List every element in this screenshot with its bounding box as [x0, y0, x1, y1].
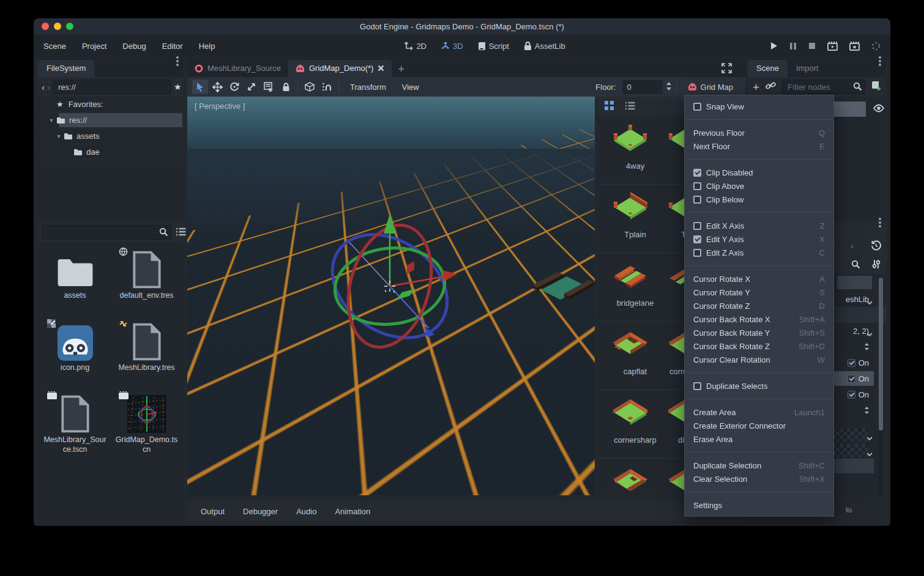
- floor-spinner[interactable]: [665, 81, 673, 93]
- menu-item-settings[interactable]: Settings: [685, 498, 833, 512]
- file-item-meshlibrary-source[interactable]: MeshLibrary_Source.tscn: [39, 393, 111, 465]
- gridmap-menu-button[interactable]: Grid Map: [680, 83, 740, 92]
- menu-item-clip-disabled[interactable]: Clip Disabled: [685, 166, 833, 179]
- path-input[interactable]: [53, 79, 171, 94]
- move-mode-button[interactable]: [209, 79, 225, 94]
- menu-item-create-exterior-connector[interactable]: Create Exterior Connector: [685, 419, 833, 432]
- menu-item-label: Edit X Axis: [706, 221, 815, 231]
- menu-item-cursor-rotate-z[interactable]: Cursor Rotate ZD: [685, 299, 833, 312]
- mode-assetlib-button[interactable]: AssetLib: [524, 42, 565, 51]
- bottom-tab-animation[interactable]: Animation: [335, 507, 370, 516]
- bottom-tab-output[interactable]: Output: [201, 507, 225, 516]
- select-mode-button[interactable]: [192, 79, 208, 94]
- expand-viewport-icon[interactable]: [721, 63, 732, 75]
- menu-item-clip-below[interactable]: Clip Below: [685, 193, 833, 206]
- menu-item-cursor-rotate-x[interactable]: Cursor Rotate XA: [685, 272, 833, 286]
- attach-script-icon[interactable]: [871, 81, 881, 93]
- bottom-tab-debugger[interactable]: Debugger: [243, 507, 278, 516]
- list-view-icon[interactable]: [625, 102, 635, 112]
- search-icon[interactable]: [851, 260, 860, 271]
- menu-item-edit-x-axis[interactable]: Edit X AxisZ: [685, 219, 833, 232]
- chevron-down-icon[interactable]: ▾: [55, 133, 62, 139]
- zoom-window-button[interactable]: [66, 23, 73, 30]
- tree-item-res[interactable]: ▾ res://: [38, 113, 184, 128]
- menu-scene[interactable]: Scene: [43, 42, 66, 51]
- file-item-assets[interactable]: assets: [39, 248, 111, 320]
- group-button[interactable]: [302, 79, 318, 94]
- menu-item-erase-area[interactable]: Erase Area: [685, 432, 833, 446]
- play-custom-scene-button[interactable]: [849, 42, 860, 51]
- menu-editor[interactable]: Editor: [162, 42, 183, 51]
- snap-button[interactable]: [319, 79, 335, 94]
- eye-visibility-icon[interactable]: [873, 104, 885, 114]
- tab-filesystem[interactable]: FileSystem: [38, 60, 94, 77]
- stop-button[interactable]: [808, 42, 816, 50]
- file-list-view-toggle[interactable]: [176, 227, 186, 238]
- lock-button[interactable]: [278, 79, 294, 94]
- floor-value-input[interactable]: 0: [622, 80, 663, 94]
- mode-2d-button[interactable]: 2D: [404, 42, 427, 51]
- chevron-down-icon[interactable]: ▾: [48, 117, 55, 124]
- tree-item-assets[interactable]: ▾ assets: [38, 128, 184, 144]
- play-button[interactable]: [770, 42, 778, 50]
- add-node-button[interactable]: +: [753, 81, 759, 93]
- tab-import[interactable]: Import: [788, 60, 827, 77]
- menu-item-create-area[interactable]: Create AreaLaunch1: [685, 405, 833, 419]
- menu-item-edit-y-axis[interactable]: Edit Y AxisX: [685, 232, 833, 246]
- menu-item-cursor-back-rotate-z[interactable]: Cursor Back Rotate ZShift+D: [685, 339, 833, 353]
- tree-item-favorites[interactable]: ★ Favorites:: [38, 97, 184, 113]
- tab-gridmap-demo[interactable]: GridMap_Demo(*): [288, 60, 392, 77]
- menu-item-previous-floor[interactable]: Previous FloorQ: [685, 126, 833, 139]
- close-tab-icon[interactable]: [378, 65, 384, 72]
- history-forward-icon[interactable]: ›: [851, 240, 854, 251]
- mode-script-button[interactable]: Script: [478, 42, 509, 51]
- history-icon[interactable]: [871, 240, 881, 253]
- transform-menu[interactable]: Transform: [343, 83, 393, 92]
- back-button[interactable]: ‹: [42, 82, 45, 92]
- inspector-scrollbar[interactable]: [879, 276, 883, 497]
- file-search-input[interactable]: [42, 225, 172, 240]
- list-select-button[interactable]: [261, 79, 277, 94]
- file-item-gridmap-demo[interactable]: GridMap_Demo.tscn: [111, 393, 182, 465]
- menu-item-duplicate-selects[interactable]: Duplicate Selects: [685, 379, 833, 393]
- new-tab-button[interactable]: +: [392, 62, 411, 77]
- menu-item-duplicate-selection[interactable]: Duplicate SelectionShift+C: [685, 459, 833, 472]
- menu-item-clear-selection[interactable]: Clear SelectionShift+X: [685, 472, 833, 486]
- rotate-mode-button[interactable]: [226, 79, 242, 94]
- view-menu[interactable]: View: [395, 83, 427, 92]
- menu-item-cursor-back-rotate-y[interactable]: Cursor Back Rotate YShift+S: [685, 326, 833, 339]
- scrollbar-thumb[interactable]: [879, 278, 883, 430]
- tree-item-dae[interactable]: dae: [38, 144, 184, 160]
- tab-meshlibrary-source[interactable]: MeshLibrary_Source: [187, 60, 288, 77]
- menu-project[interactable]: Project: [82, 42, 106, 51]
- file-item-default-env[interactable]: default_env.tres: [111, 248, 182, 320]
- menu-item-clip-above[interactable]: Clip Above: [685, 179, 833, 193]
- menu-item-next-floor[interactable]: Next FloorE: [685, 139, 833, 153]
- menu-help[interactable]: Help: [199, 42, 215, 51]
- play-scene-button[interactable]: [827, 42, 838, 51]
- menu-item-cursor-rotate-y[interactable]: Cursor Rotate YS: [685, 286, 833, 299]
- scale-mode-button[interactable]: [244, 79, 259, 94]
- tools-icon[interactable]: [871, 259, 881, 271]
- menu-item-cursor-back-rotate-x[interactable]: Cursor Back Rotate XShift+A: [685, 312, 833, 326]
- menu-item-snap-view[interactable]: Snap View: [685, 100, 833, 113]
- menu-debug[interactable]: Debug: [122, 42, 146, 51]
- transform-gizmo[interactable]: [316, 207, 463, 367]
- favorite-star-button[interactable]: ★: [174, 82, 182, 92]
- mode-3d-button[interactable]: 3D: [441, 42, 463, 51]
- instance-scene-icon[interactable]: [766, 81, 776, 92]
- viewport-perspective-label[interactable]: [ Perspective ]: [195, 102, 245, 111]
- forward-button[interactable]: ›: [47, 82, 50, 92]
- pause-button[interactable]: [789, 42, 797, 50]
- file-item-icon-png[interactable]: icon.png: [39, 320, 111, 393]
- viewport-3d[interactable]: [ Perspective ]: [187, 97, 595, 495]
- menu-item-edit-z-axis[interactable]: Edit Z AxisC: [685, 246, 833, 259]
- script-icon: [478, 42, 486, 51]
- bottom-tab-audio[interactable]: Audio: [296, 507, 316, 516]
- file-item-meshlibrary-tres[interactable]: MeshLibrary.tres: [111, 320, 182, 393]
- menu-item-cursor-clear-rotation[interactable]: Cursor Clear RotationW: [685, 353, 833, 366]
- close-window-button[interactable]: [42, 23, 49, 30]
- grid-view-icon[interactable]: [605, 101, 614, 112]
- minimize-window-button[interactable]: [54, 23, 61, 30]
- tab-scene[interactable]: Scene: [748, 60, 788, 77]
